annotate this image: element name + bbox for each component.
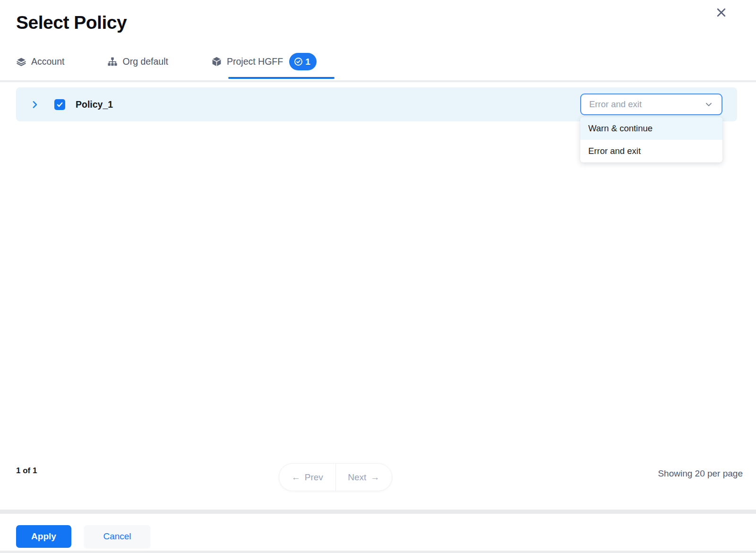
next-button[interactable]: Next → xyxy=(336,464,392,491)
select-value: Error and exit xyxy=(589,99,642,110)
cancel-button[interactable]: Cancel xyxy=(84,525,150,548)
check-icon xyxy=(56,101,64,109)
pager: ← Prev Next → xyxy=(279,463,392,491)
footer-divider xyxy=(0,510,756,514)
chevron-down-icon xyxy=(704,100,713,109)
active-tab-underline xyxy=(228,77,335,79)
badge-count: 1 xyxy=(305,57,310,67)
tab-label: Project HGFF xyxy=(227,56,283,67)
tab-bar: Account Org default Project xyxy=(16,53,317,70)
apply-button[interactable]: Apply xyxy=(16,525,71,548)
package-icon xyxy=(211,56,222,67)
selected-count-badge: 1 xyxy=(289,53,317,70)
tab-org-default[interactable]: Org default xyxy=(107,56,168,67)
action-dropdown-menu: Warn & continue Error and exit xyxy=(580,117,722,162)
prev-button[interactable]: ← Prev xyxy=(279,464,335,491)
bottom-edge-divider xyxy=(0,551,756,553)
page-title: Select Policy xyxy=(16,12,127,33)
chevron-right-icon xyxy=(30,100,40,110)
close-button[interactable] xyxy=(713,4,730,21)
expand-row-button[interactable] xyxy=(29,99,40,110)
page-info: 1 of 1 xyxy=(16,466,37,476)
layers-icon xyxy=(16,57,26,67)
tab-account[interactable]: Account xyxy=(16,56,64,67)
dropdown-option-error-exit[interactable]: Error and exit xyxy=(580,140,722,162)
policy-row: Policy_1 Error and exit xyxy=(16,87,737,121)
per-page-text: Showing 20 per page xyxy=(658,468,743,479)
prev-label: Prev xyxy=(305,472,323,483)
action-select[interactable]: Error and exit xyxy=(580,94,722,115)
next-label: Next xyxy=(348,472,366,483)
check-circle-icon xyxy=(293,57,303,67)
tab-label: Account xyxy=(31,56,64,67)
policy-name: Policy_1 xyxy=(76,99,113,110)
tab-label: Org default xyxy=(122,56,168,67)
policy-checkbox[interactable] xyxy=(54,99,65,110)
tabs-divider xyxy=(0,80,756,82)
dropdown-option-warn-continue[interactable]: Warn & continue xyxy=(580,117,722,140)
close-icon xyxy=(715,7,727,18)
arrow-right-icon: → xyxy=(370,472,379,483)
tab-project-hgff[interactable]: Project HGFF 1 xyxy=(211,53,317,70)
select-policy-modal: Select Policy Account xyxy=(0,0,756,553)
arrow-left-icon: ← xyxy=(292,472,301,483)
sitemap-icon xyxy=(107,57,118,67)
